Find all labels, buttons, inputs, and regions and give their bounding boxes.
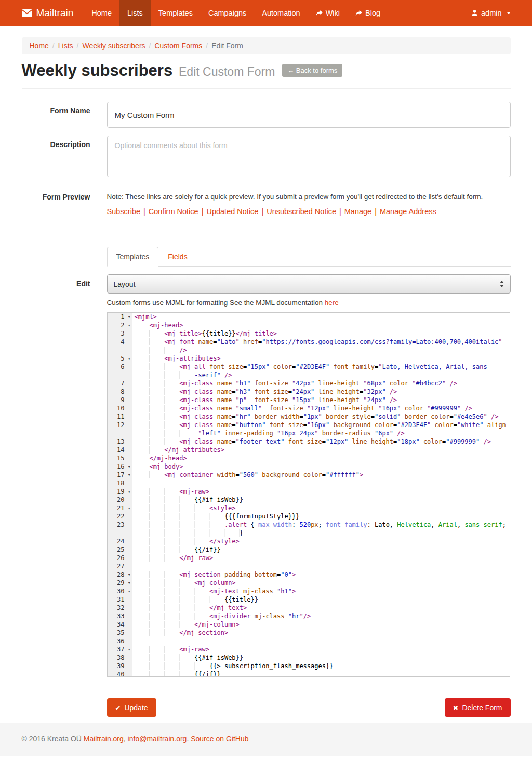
actions-divider (22, 686, 511, 686)
code-line: 26 </mj-raw> (108, 554, 510, 562)
code-content: </mj-section> (132, 629, 510, 637)
code-content: } (132, 529, 510, 537)
line-number: 17▾ (108, 471, 132, 479)
nav-item-templates[interactable]: Templates (151, 0, 201, 26)
code-line: 19▾ <mj-raw> (108, 487, 510, 496)
nav-item-blog[interactable]: Blog (348, 0, 388, 26)
code-line: 11 <mj-class name="hr" border-width="1px… (108, 413, 510, 421)
fold-arrow-icon[interactable]: ▾ (128, 487, 130, 496)
template-select[interactable]: Layout (107, 274, 511, 294)
code-line: 13 <mj-class name="footer-text" font-siz… (108, 437, 510, 446)
breadcrumb-link[interactable]: Home (30, 42, 49, 50)
fold-arrow-icon[interactable]: ▾ (128, 354, 130, 363)
line-number: 25 (108, 546, 132, 554)
nav-item-home[interactable]: Home (84, 0, 119, 26)
envelope-icon (22, 9, 32, 17)
code-content: <mj-class name="p" font-size="15px" line… (132, 396, 510, 404)
preview-link[interactable]: Confirm Notice (149, 207, 198, 216)
breadcrumb-current: Edit Form (211, 42, 243, 50)
breadcrumb-separator: / (206, 42, 208, 50)
indent-guide (149, 604, 209, 611)
indent-guide (149, 421, 179, 429)
footer-link[interactable]: Mailtrain.org (84, 735, 124, 743)
nav-item-campaigns[interactable]: Campaigns (201, 0, 254, 26)
indent-guide (149, 496, 194, 503)
chevron-down-icon (507, 12, 511, 14)
user-menu[interactable]: admin (471, 0, 511, 26)
code-line: 40 {{/if}} (108, 670, 510, 677)
fold-arrow-icon[interactable]: ▾ (128, 471, 130, 479)
back-to-forms-button[interactable]: ← Back to forms (282, 64, 342, 77)
indent-guide (149, 654, 194, 661)
line-number (108, 346, 132, 354)
breadcrumb-link[interactable]: Lists (58, 42, 73, 50)
code-content (132, 562, 510, 570)
breadcrumb-separator: / (149, 42, 151, 50)
share-icon (316, 10, 323, 17)
breadcrumb-link[interactable]: Custom Forms (154, 42, 202, 50)
line-number: 33 (108, 612, 132, 620)
preview-link[interactable]: Manage (344, 207, 371, 216)
footer-text: © 2016 Kreata OÜ Mailtrain.org, info@mai… (22, 735, 511, 743)
line-number: 4 (108, 338, 132, 346)
fold-arrow-icon[interactable]: ▾ (128, 570, 130, 579)
line-number: 23 (108, 521, 132, 529)
brand[interactable]: Mailtrain (22, 0, 84, 26)
preview-link[interactable]: Manage Address (380, 207, 436, 216)
line-number: 30▾ (108, 587, 132, 595)
line-number: 1▾ (108, 313, 132, 321)
code-content (132, 637, 510, 645)
fold-arrow-icon[interactable]: ▾ (128, 321, 130, 329)
code-content: <mj-section padding-bottom="0"> (132, 570, 510, 579)
fold-arrow-icon[interactable]: ▾ (128, 462, 130, 471)
fold-arrow-icon[interactable]: ▾ (128, 579, 130, 587)
preview-link[interactable]: Unsubscribed Notice (267, 207, 336, 216)
select-arrows-icon (500, 281, 504, 287)
indent-guide (149, 521, 224, 528)
code-line: 27 (108, 562, 510, 570)
code-content: {{title}} (132, 595, 510, 604)
description-textarea[interactable] (107, 136, 511, 177)
indent-guide (149, 438, 179, 445)
delete-form-button[interactable]: ✖ Delete Form (445, 698, 511, 717)
footer-link[interactable]: Source on GitHub (191, 735, 248, 743)
code-content: <mj-divider mj-class="hr"/> (132, 612, 510, 620)
code-content: {{{formInputStyle}}} (132, 512, 510, 521)
edit-label: Edit (22, 274, 90, 677)
code-content: <mj-text mj-class="h1"> (132, 587, 510, 595)
fold-arrow-icon[interactable]: ▾ (128, 645, 130, 654)
indent-guide (149, 371, 194, 379)
nav-item-label: Wiki (326, 9, 340, 17)
indent-guide (149, 446, 164, 454)
code-content: {{/if}} (132, 670, 510, 677)
nav-item-wiki[interactable]: Wiki (308, 0, 348, 26)
share-icon (355, 10, 362, 17)
form-name-input[interactable] (107, 102, 511, 128)
code-content: <mj-container width="560" background-col… (132, 471, 510, 479)
nav-item-label: Campaigns (208, 9, 246, 17)
tab-templates[interactable]: Templates (107, 247, 159, 267)
indent-guide (149, 588, 209, 595)
code-content: <mj-class name="hr" border-width="1px" b… (132, 413, 510, 421)
breadcrumb-link[interactable]: Weekly subscribers (82, 42, 145, 50)
indent-guide (149, 471, 164, 478)
nav-item-lists[interactable]: Lists (119, 0, 151, 26)
mjml-doc-link[interactable]: here (325, 299, 339, 307)
update-button[interactable]: ✔ Update (107, 698, 156, 717)
link-separator: | (375, 207, 377, 216)
fold-arrow-icon[interactable]: ▾ (128, 587, 130, 595)
footer-link[interactable]: info@mailtrain.org (128, 735, 187, 743)
footer-segment: , (124, 735, 128, 743)
code-editor[interactable]: 1▾<mjml>2▾ <mj-head>3 <mj-title>{{title}… (107, 312, 510, 677)
preview-link[interactable]: Updated Notice (206, 207, 258, 216)
code-line: -serif" /> (108, 371, 510, 379)
nav-items: HomeListsTemplatesCampaignsAutomationWik… (84, 0, 388, 26)
tab-fields[interactable]: Fields (158, 247, 196, 267)
indent-guide (149, 504, 209, 512)
fold-arrow-icon[interactable]: ▾ (128, 504, 130, 512)
fold-arrow-icon[interactable]: ▾ (128, 313, 130, 321)
line-number: 19▾ (108, 487, 132, 496)
x-icon: ✖ (453, 704, 459, 712)
preview-link[interactable]: Subscribe (107, 207, 140, 216)
nav-item-automation[interactable]: Automation (254, 0, 308, 26)
